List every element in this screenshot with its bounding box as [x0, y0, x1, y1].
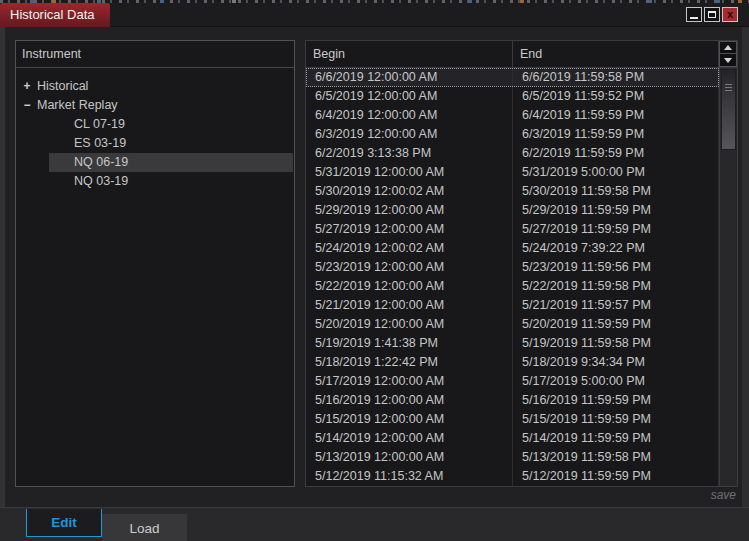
- bottom-tab-strip: Edit Load: [0, 507, 749, 541]
- scroll-down-button[interactable]: [719, 54, 737, 67]
- table-row[interactable]: 5/27/2019 12:00:00 AM5/27/2019 11:59:59 …: [306, 220, 719, 239]
- begin-cell[interactable]: 5/17/2019 12:00:00 AM: [306, 372, 513, 391]
- table-row[interactable]: 6/3/2019 12:00:00 AM6/3/2019 11:59:59 PM: [306, 125, 719, 144]
- begin-cell[interactable]: 6/2/2019 3:13:38 PM: [306, 144, 513, 163]
- begin-cell[interactable]: 6/3/2019 12:00:00 AM: [306, 125, 513, 144]
- end-cell[interactable]: 5/18/2019 9:34:34 PM: [513, 353, 719, 372]
- end-cell[interactable]: 5/21/2019 11:59:57 PM: [513, 296, 719, 315]
- vertical-scrollbar[interactable]: [719, 68, 737, 486]
- table-row[interactable]: 5/15/2019 12:00:00 AM5/15/2019 11:59:59 …: [306, 410, 719, 429]
- begin-cell[interactable]: 5/31/2019 12:00:00 AM: [306, 163, 513, 182]
- begin-cell[interactable]: 6/6/2019 12:00:00 AM: [306, 68, 513, 87]
- begin-cell[interactable]: 6/4/2019 12:00:00 AM: [306, 106, 513, 125]
- table-row[interactable]: 5/24/2019 12:00:02 AM5/24/2019 7:39:22 P…: [306, 239, 719, 258]
- table-row[interactable]: 6/6/2019 12:00:00 AM6/6/2019 11:59:58 PM: [306, 68, 719, 87]
- begin-cell[interactable]: 5/24/2019 12:00:02 AM: [306, 239, 513, 258]
- end-cell[interactable]: 5/16/2019 11:59:59 PM: [513, 391, 719, 410]
- end-cell[interactable]: 5/20/2019 11:59:59 PM: [513, 315, 719, 334]
- table-row[interactable]: 5/14/2019 12:00:00 AM5/14/2019 11:59:59 …: [306, 429, 719, 448]
- table-row[interactable]: 5/31/2019 12:00:00 AM5/31/2019 5:00:00 P…: [306, 163, 719, 182]
- end-cell[interactable]: 6/3/2019 11:59:59 PM: [513, 125, 719, 144]
- end-cell[interactable]: 5/23/2019 11:59:56 PM: [513, 258, 719, 277]
- begin-cell[interactable]: 5/23/2019 12:00:00 AM: [306, 258, 513, 277]
- table-row[interactable]: 5/16/2019 12:00:00 AM5/16/2019 11:59:59 …: [306, 391, 719, 410]
- title-bar: Historical Data x: [0, 3, 749, 27]
- tab-edit[interactable]: Edit: [26, 509, 102, 537]
- end-cell[interactable]: 6/5/2019 11:59:52 PM: [513, 87, 719, 106]
- table-row[interactable]: 5/20/2019 12:00:00 AM5/20/2019 11:59:59 …: [306, 315, 719, 334]
- scrollbar-thumb[interactable]: [721, 69, 736, 150]
- begin-cell[interactable]: 5/15/2019 12:00:00 AM: [306, 410, 513, 429]
- end-cell[interactable]: 5/27/2019 11:59:59 PM: [513, 220, 719, 239]
- tree-item-label: Market Replay: [16, 96, 294, 115]
- table-row[interactable]: 5/29/2019 12:00:00 AM5/29/2019 11:59:59 …: [306, 201, 719, 220]
- tab-load[interactable]: Load: [102, 514, 187, 541]
- table-row[interactable]: 6/5/2019 12:00:00 AM6/5/2019 11:59:52 PM: [306, 87, 719, 106]
- maximize-button[interactable]: [704, 7, 720, 22]
- tree-item-nq-03-19[interactable]: NQ 03-19: [16, 172, 294, 191]
- begin-cell[interactable]: 5/19/2019 1:41:38 PM: [306, 334, 513, 353]
- begin-cell[interactable]: 5/22/2019 12:00:00 AM: [306, 277, 513, 296]
- begin-cell[interactable]: 5/14/2019 12:00:00 AM: [306, 429, 513, 448]
- tree-item-cl-07-19[interactable]: CL 07-19: [16, 115, 294, 134]
- triangle-up-icon: [724, 45, 732, 50]
- tree-item-historical[interactable]: +Historical: [16, 77, 294, 96]
- close-button[interactable]: x: [722, 7, 738, 22]
- table-row[interactable]: 5/30/2019 12:00:02 AM5/30/2019 11:59:58 …: [306, 182, 719, 201]
- end-cell[interactable]: 5/15/2019 11:59:59 PM: [513, 410, 719, 429]
- table-row[interactable]: 6/2/2019 3:13:38 PM6/2/2019 11:59:59 PM: [306, 144, 719, 163]
- begin-cell[interactable]: 5/30/2019 12:00:02 AM: [306, 182, 513, 201]
- triangle-down-icon: [724, 58, 732, 63]
- minimize-button[interactable]: [686, 7, 702, 22]
- table-row[interactable]: 5/23/2019 12:00:00 AM5/23/2019 11:59:56 …: [306, 258, 719, 277]
- table-row[interactable]: 5/17/2019 12:00:00 AM5/17/2019 5:00:00 P…: [306, 372, 719, 391]
- window-title-tab[interactable]: Historical Data: [0, 3, 110, 27]
- begin-cell[interactable]: 5/20/2019 12:00:00 AM: [306, 315, 513, 334]
- end-cell[interactable]: 6/2/2019 11:59:59 PM: [513, 144, 719, 163]
- column-header-begin[interactable]: Begin: [306, 41, 513, 67]
- thumb-grip-line: [725, 84, 732, 85]
- save-link[interactable]: save: [711, 488, 736, 502]
- end-cell[interactable]: 5/13/2019 11:59:58 PM: [513, 448, 719, 467]
- table-row[interactable]: 6/4/2019 12:00:00 AM6/4/2019 11:59:59 PM: [306, 106, 719, 125]
- end-cell[interactable]: 5/12/2019 11:59:59 PM: [513, 467, 719, 486]
- table-row[interactable]: 5/13/2019 12:00:00 AM5/13/2019 11:59:58 …: [306, 448, 719, 467]
- tree-item-es-03-19[interactable]: ES 03-19: [16, 134, 294, 153]
- tree-item-nq-06-19[interactable]: NQ 06-19: [16, 153, 294, 172]
- table-row[interactable]: 5/21/2019 12:00:00 AM5/21/2019 11:59:57 …: [306, 296, 719, 315]
- table-row[interactable]: 5/18/2019 1:22:42 PM5/18/2019 9:34:34 PM: [306, 353, 719, 372]
- begin-cell[interactable]: 6/5/2019 12:00:00 AM: [306, 87, 513, 106]
- begin-cell[interactable]: 5/27/2019 12:00:00 AM: [306, 220, 513, 239]
- begin-cell[interactable]: 5/18/2019 1:22:42 PM: [306, 353, 513, 372]
- thumb-grip-line: [725, 87, 732, 88]
- end-cell[interactable]: 5/17/2019 5:00:00 PM: [513, 372, 719, 391]
- table-row[interactable]: 5/22/2019 12:00:00 AM5/22/2019 11:59:58 …: [306, 277, 719, 296]
- tree-item-label: NQ 03-19: [16, 172, 294, 191]
- scroll-up-button[interactable]: [719, 41, 737, 54]
- end-cell[interactable]: 5/30/2019 11:59:58 PM: [513, 182, 719, 201]
- column-header-end[interactable]: End: [513, 41, 719, 67]
- end-cell[interactable]: 6/6/2019 11:59:58 PM: [513, 68, 719, 87]
- historical-data-window: Historical Data x Instrument +Historical…: [0, 0, 749, 541]
- table-row[interactable]: 5/12/2019 11:15:32 AM5/12/2019 11:59:59 …: [306, 467, 719, 486]
- tree-item-label: ES 03-19: [16, 134, 294, 153]
- table-body: 6/6/2019 12:00:00 AM6/6/2019 11:59:58 PM…: [306, 68, 719, 486]
- begin-cell[interactable]: 5/29/2019 12:00:00 AM: [306, 201, 513, 220]
- begin-cell[interactable]: 5/16/2019 12:00:00 AM: [306, 391, 513, 410]
- end-cell[interactable]: 5/24/2019 7:39:22 PM: [513, 239, 719, 258]
- end-cell[interactable]: 5/22/2019 11:59:58 PM: [513, 277, 719, 296]
- end-cell[interactable]: 5/19/2019 11:59:58 PM: [513, 334, 719, 353]
- table-row[interactable]: 5/19/2019 1:41:38 PM5/19/2019 11:59:58 P…: [306, 334, 719, 353]
- thumb-grip-line: [725, 90, 732, 91]
- tree-item-market-replay[interactable]: −Market Replay: [16, 96, 294, 115]
- table-header-row: Begin End: [306, 41, 737, 68]
- end-cell[interactable]: 5/29/2019 11:59:59 PM: [513, 201, 719, 220]
- end-cell[interactable]: 5/31/2019 5:00:00 PM: [513, 163, 719, 182]
- end-cell[interactable]: 5/14/2019 11:59:59 PM: [513, 429, 719, 448]
- end-cell[interactable]: 6/4/2019 11:59:59 PM: [513, 106, 719, 125]
- tree-item-label: Historical: [16, 77, 294, 96]
- tree-item-label: NQ 06-19: [16, 153, 294, 172]
- begin-cell[interactable]: 5/21/2019 12:00:00 AM: [306, 296, 513, 315]
- begin-cell[interactable]: 5/13/2019 12:00:00 AM: [306, 448, 513, 467]
- begin-cell[interactable]: 5/12/2019 11:15:32 AM: [306, 467, 513, 486]
